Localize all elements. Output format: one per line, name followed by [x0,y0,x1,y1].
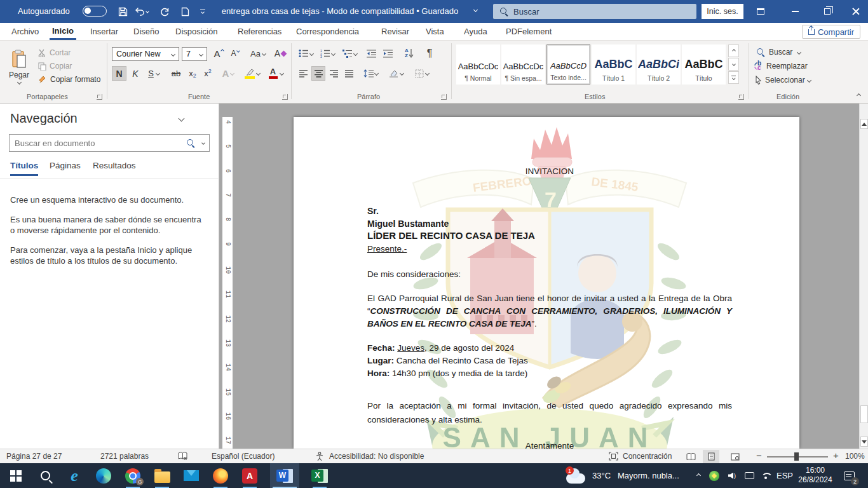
nav-search-box[interactable] [9,134,210,152]
cut-button[interactable]: Cortar [38,47,71,58]
text-effects-button[interactable]: A [219,66,238,81]
nav-tab-paginas[interactable]: Páginas [50,161,81,170]
word-count[interactable]: 2721 palabras [100,452,149,461]
edge-icon[interactable] [89,463,118,488]
nav-tab-resultados[interactable]: Resultados [93,161,136,170]
nav-options-chevron-icon[interactable] [179,116,185,122]
print-layout-button[interactable] [703,450,719,463]
copy-button[interactable]: Copiar [38,60,72,72]
styles-dialog-launcher[interactable] [738,94,744,100]
tab-archivo[interactable]: Archivo [9,23,41,40]
weather-temp[interactable]: 33°C [592,471,611,480]
clipboard-dialog-launcher[interactable] [97,94,102,100]
increase-indent-button[interactable] [380,46,395,61]
tab-referencias[interactable]: Referencias [235,23,284,40]
collapse-ribbon-button[interactable] [853,90,864,100]
start-button[interactable] [1,463,31,488]
tab-revisar[interactable]: Revisar [379,23,412,40]
tab-correspondencia[interactable]: Correspondencia [294,23,362,40]
display-connect-icon[interactable] [741,463,757,488]
tab-vista[interactable]: Vista [423,23,447,40]
zoom-in-button[interactable]: + [833,450,839,461]
align-center-button[interactable] [311,66,325,81]
nav-search-icon[interactable] [186,139,195,147]
keyboard-language[interactable]: ESP [776,471,793,480]
change-case-button[interactable]: Aa [248,46,268,61]
redo-button[interactable] [156,4,173,18]
zoom-level[interactable]: 100% [845,452,865,461]
styles-scroll-down[interactable] [728,58,739,71]
superscript-button[interactable]: x2 [201,66,215,81]
autosave-toggle[interactable] [83,6,107,17]
sign-in-button[interactable]: Inic. ses. [702,4,743,19]
shading-button[interactable] [385,66,407,81]
styles-more-button[interactable] [728,71,739,84]
decrease-indent-button[interactable] [363,46,379,61]
file-explorer-icon[interactable] [147,463,177,488]
accessibility-status[interactable]: Accesibilidad: No disponible [329,452,424,461]
chrome-icon[interactable]: G [118,463,147,488]
tray-expand-chevron-icon[interactable] [690,463,707,488]
subscript-button[interactable]: x2 [186,66,200,81]
highlight-color-button[interactable] [241,66,263,81]
select-button[interactable]: Seleccionar [755,74,811,86]
grow-font-button[interactable]: A [211,46,226,61]
italic-button[interactable]: K [128,66,142,81]
zoom-slider-thumb[interactable] [794,452,799,461]
style-titulo-1[interactable]: AaBbC Título 1 [592,44,635,85]
titlebar-search[interactable]: Buscar [493,4,696,19]
proofing-errors-icon[interactable] [178,452,188,461]
nav-search-dropdown-icon[interactable] [201,141,205,145]
style-titulo-2[interactable]: AaBbCi Título 2 [637,44,681,85]
share-button[interactable]: Compartir [802,25,860,39]
acrobat-icon[interactable]: A [235,463,264,488]
web-layout-button[interactable] [727,450,743,463]
restore-button[interactable] [817,0,838,23]
clock[interactable]: 16:00 26/8/2024 [796,466,835,485]
scrollbar-thumb[interactable] [860,405,868,423]
paste-button[interactable]: Pegar [5,44,33,89]
font-name-combo[interactable]: Courier New [112,47,179,61]
show-marks-button[interactable]: ¶ [422,46,437,61]
bullets-button[interactable] [296,46,315,61]
scroll-down-button[interactable] [860,437,868,447]
focus-mode-label[interactable]: Concentración [623,452,672,461]
weather-description[interactable]: Mayorm. nubla... [618,471,679,480]
font-dialog-launcher[interactable] [282,94,288,100]
vertical-ruler[interactable]: 4 5 6 7 8 9 10 11 12 13 14 15 16 17 [222,117,233,449]
style-texto-independiente[interactable]: AaBbCcD Texto inde... [546,44,590,85]
tab-diseno[interactable]: Diseño [131,23,161,40]
tab-ayuda[interactable]: Ayuda [461,23,490,40]
shrink-font-button[interactable]: A [227,46,243,61]
zoom-out-button[interactable]: − [756,450,762,461]
internet-explorer-icon[interactable]: e [60,463,89,488]
find-button[interactable]: Buscar [756,46,801,58]
align-left-button[interactable] [296,66,310,81]
undo-button[interactable] [133,4,150,18]
sort-button[interactable]: AZ [400,46,418,61]
volume-icon[interactable]: ) [723,463,741,488]
nav-close-icon[interactable] [203,116,209,122]
notification-center-icon[interactable]: 2 [837,463,860,488]
tab-insertar[interactable]: Insertar [88,23,121,40]
replace-button[interactable]: b c Reemplazar [754,60,808,72]
focus-mode-icon[interactable] [609,452,618,461]
weather-icon[interactable]: 1 [563,463,588,488]
page-indicator[interactable]: Página 27 de 27 [6,452,62,461]
style-titulo[interactable]: AaBbC Título [682,44,726,85]
multilevel-list-button[interactable] [339,46,360,61]
firefox-icon[interactable] [206,463,235,488]
accessibility-icon[interactable] [315,452,324,461]
tab-inicio[interactable]: Inicio [50,23,76,40]
underline-button[interactable]: S [144,66,164,81]
borders-button[interactable] [410,66,433,81]
save-button[interactable] [114,4,131,18]
close-button[interactable] [845,0,867,23]
line-spacing-button[interactable] [360,66,381,81]
format-painter-button[interactable]: Copiar formato [38,74,100,85]
word-taskbar-icon[interactable]: W [270,463,299,488]
excel-taskbar-icon[interactable]: X [305,463,334,488]
font-color-button[interactable]: A [266,66,286,81]
font-size-combo[interactable]: 7 [182,47,207,61]
paragraph-dialog-launcher[interactable] [441,94,447,100]
